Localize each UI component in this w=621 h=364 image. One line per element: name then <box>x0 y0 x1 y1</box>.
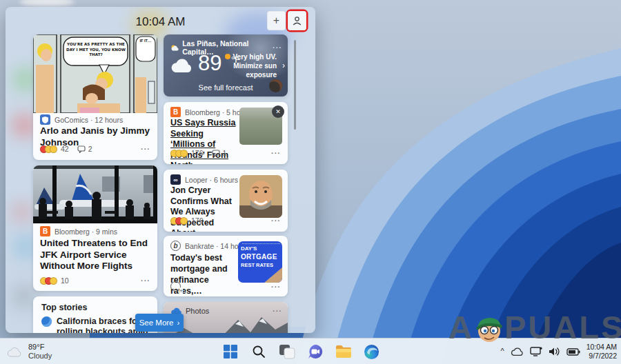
see-more-button[interactable]: See More › <box>135 314 184 332</box>
speaker-icon[interactable] <box>549 347 560 356</box>
taskbar: 89°F Cloudy <box>0 338 621 364</box>
close-icon[interactable]: ✕ <box>272 105 284 118</box>
file-explorer-button[interactable] <box>335 343 352 361</box>
comic-card[interactable]: YOU'RE AS PRETTY AS THE DAY I MET YOU, Y… <box>33 34 157 160</box>
reactions-icon[interactable] <box>40 145 55 153</box>
united-news-card[interactable]: B Bloomberg · 9 mins United Threatens to… <box>33 165 157 291</box>
bankrate-reactions-row: ··· <box>170 281 281 292</box>
gocomics-logo-icon <box>40 114 50 125</box>
united-source-row: B Bloomberg · 9 mins <box>40 226 117 236</box>
comic-speech-bubble-2: IF IT… <box>137 39 155 44</box>
comic-reactions-row: 42 2 ··· <box>40 145 150 153</box>
sun-cloud-icon <box>170 44 179 52</box>
reactions-icon[interactable] <box>40 277 55 285</box>
comment-icon <box>77 145 86 153</box>
united-meta: Bloomberg · 9 mins <box>55 228 117 236</box>
more-options-icon[interactable]: ··· <box>271 283 281 291</box>
russia-reactions-row: 176 1 ··· <box>170 149 281 157</box>
battery-icon[interactable] <box>566 348 580 356</box>
thumb-text: DAY'S <box>241 245 281 253</box>
russia-source-row: B Bloomberg · 5 hours <box>170 107 250 117</box>
task-view-button[interactable] <box>278 343 295 361</box>
united-title[interactable]: United Threatens to End JFK Airport Serv… <box>40 238 152 272</box>
comment-count: 2 <box>88 145 92 153</box>
reaction-count: 10 <box>61 276 69 285</box>
top-stories-heading: Top stories <box>41 303 87 312</box>
photos-label: Photos <box>186 307 209 315</box>
taskbar-weather-condition: Cloudy <box>28 352 52 361</box>
taskbar-weather-temp: 89°F <box>28 343 52 352</box>
tray-date: 9/7/2022 <box>586 352 617 361</box>
taskbar-weather-widget[interactable]: 89°F Cloudy <box>7 341 52 363</box>
blur-blob <box>12 114 36 137</box>
photos-header: Photos ··· <box>170 307 282 315</box>
system-tray: ^ 10:04 AM 9/7/2022 <box>500 338 617 364</box>
see-more-label: See More <box>139 318 174 327</box>
comments[interactable]: 2 <box>77 145 92 153</box>
looper-thumbnail <box>239 175 282 218</box>
bankrate-thumbnail: DAY'S ORTGAGE REST RATES <box>238 241 282 283</box>
russia-news-card[interactable]: B Bloomberg · 5 hours US Says Russia See… <box>164 102 288 164</box>
comments[interactable]: 1 <box>212 149 227 157</box>
desktop: A PUALS 10:04 AM + <box>0 0 621 364</box>
reaction-count: 176 <box>191 149 204 157</box>
bankrate-source-row: b Bankrate · 14 hours <box>170 241 248 251</box>
panel-scrollbar[interactable] <box>294 40 296 130</box>
bloomberg-logo-icon: B <box>40 226 50 236</box>
more-options-icon[interactable]: ··· <box>141 276 150 285</box>
weather-card[interactable]: Las Piñas, National Capital… ··· 89 °F V… <box>164 34 288 97</box>
reactions-icon[interactable] <box>170 217 185 225</box>
looper-news-card[interactable]: ∞ Looper · 6 hours Jon Cryer Confirms Wh… <box>164 170 288 232</box>
profile-button[interactable] <box>288 11 306 30</box>
windows-logo-icon <box>223 344 238 359</box>
looper-reactions-row: 176 ··· <box>170 216 281 225</box>
chat-button[interactable] <box>306 343 324 361</box>
plus-icon: + <box>273 14 279 27</box>
widgets-panel: 10:04 AM + <box>6 7 315 333</box>
start-button[interactable] <box>221 343 239 361</box>
comic-speech-bubble: YOU'RE AS PRETTY AS THE DAY I MET YOU, Y… <box>66 39 126 65</box>
bankrate-news-card[interactable]: b Bankrate · 14 hours Today's best mortg… <box>164 236 288 296</box>
add-reaction-icon[interactable] <box>170 281 181 292</box>
search-button[interactable] <box>250 343 267 361</box>
bankrate-logo-icon: b <box>170 241 181 251</box>
chevron-right-icon: › <box>282 61 285 70</box>
search-icon <box>252 345 266 358</box>
edge-button[interactable] <box>363 343 380 361</box>
house-icon <box>264 267 282 283</box>
looper-source-row: ∞ Looper · 6 hours <box>170 174 238 185</box>
blur-blob <box>12 202 32 223</box>
comic-meta: GoComics · 12 hours <box>55 116 123 124</box>
edge-icon <box>364 344 379 360</box>
task-view-icon <box>279 344 295 359</box>
comment-icon <box>212 150 220 157</box>
more-options-icon[interactable]: ··· <box>271 149 281 157</box>
onedrive-tray-icon[interactable] <box>511 347 524 356</box>
more-options-icon[interactable]: ··· <box>273 307 282 315</box>
comment-count: 1 <box>223 149 227 157</box>
tray-chevron-icon[interactable]: ^ <box>500 347 504 355</box>
united-reactions-row: 10 ··· <box>40 276 150 285</box>
weather-temp: 89 <box>198 51 221 76</box>
weather-radar-thumbnail[interactable] <box>269 79 282 92</box>
reaction-count: 42 <box>61 145 69 153</box>
tray-clock[interactable]: 10:04 AM 9/7/2022 <box>586 343 617 361</box>
weather-uv-alert[interactable]: Very high UV. Minimize sun exposure <box>223 52 277 79</box>
looper-meta: Looper · 6 hours <box>185 176 238 184</box>
network-display-icon[interactable] <box>530 347 542 356</box>
tray-time: 10:04 AM <box>586 343 617 352</box>
widgets-header-buttons: + <box>267 11 306 30</box>
teams-chat-icon <box>307 343 324 360</box>
looper-logo-icon: ∞ <box>170 174 181 185</box>
more-options-icon[interactable]: ··· <box>273 43 282 52</box>
bloomberg-logo-icon: B <box>170 107 181 117</box>
more-options-icon[interactable]: ··· <box>141 145 150 153</box>
united-image <box>33 165 157 223</box>
uv-sun-icon <box>225 54 230 59</box>
folder-icon <box>335 345 352 358</box>
taskbar-center-icons <box>221 338 380 364</box>
reactions-icon[interactable] <box>170 150 185 157</box>
thumb-text: ORTGAGE <box>241 253 281 261</box>
more-options-icon[interactable]: ··· <box>271 216 281 225</box>
add-widget-button[interactable]: + <box>267 11 286 30</box>
